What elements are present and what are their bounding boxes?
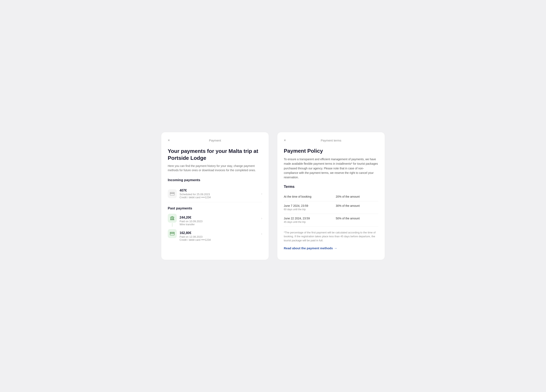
payment-panel-title: Payment [209, 139, 221, 142]
terms-heading: Terms [284, 185, 378, 189]
terms-when-1: At the time of booking [284, 192, 336, 201]
svg-rect-5 [170, 220, 174, 220]
payment-terms-panel-title: Payment terms [321, 139, 341, 142]
terms-amount-1: 20% of the amount [336, 192, 378, 201]
incoming-payment-method: Credit / debit card ••••1234 [180, 196, 261, 199]
payment-terms-panel: × Payment terms Payment Policy To ensure… [277, 132, 385, 260]
svg-rect-4 [173, 218, 174, 219]
incoming-section-label: Incoming payments [168, 178, 262, 182]
card-icon [170, 192, 175, 195]
past-payment-chevron-icon-1: › [261, 216, 262, 220]
past-payment-details-2: 162,80€ Paid on 12.08.2023 Credit / debi… [180, 229, 262, 243]
read-more-label: Read about the payment methods [284, 247, 333, 250]
terms-when-3: June 22 2024, 23:59 45 days until the tr… [284, 214, 336, 226]
terms-row-1: At the time of booking 20% of the amount [284, 192, 378, 201]
terms-when-2: June 7 2024, 23:59 60 days until the tri… [284, 201, 336, 214]
terms-table: At the time of booking 20% of the amount… [284, 192, 378, 227]
past-payment-item-1[interactable]: 244,20€ Paid on 10.09.2023 Wire transfer… [168, 214, 262, 229]
payment-panel-header: × Payment [168, 139, 262, 142]
svg-rect-2 [171, 218, 171, 219]
terms-amount-2: 30% of the amount [336, 201, 378, 214]
past-payment-method-2: Credit / debit card ••••1234 [180, 238, 211, 241]
read-more-link[interactable]: Read about the payment methods → [284, 247, 337, 250]
panels-container: × Payment Your payments for your Malta t… [161, 132, 385, 260]
payment-main-heading: Your payments for your Malta trip at Por… [168, 148, 262, 162]
past-payment-amount-1: 244,20€ [180, 216, 202, 219]
card-icon-wrap-2 [168, 229, 177, 238]
past-payment-date-1: Paid on 10.09.2023 [180, 220, 202, 223]
terms-when-3-sub: 45 days until the trip [284, 221, 336, 223]
past-payment-chevron-icon-2: › [261, 232, 262, 236]
svg-rect-7 [170, 233, 175, 234]
svg-rect-0 [170, 192, 175, 195]
terms-row-3: June 22 2024, 23:59 45 days until the tr… [284, 214, 378, 226]
payment-terms-panel-header: × Payment terms [284, 139, 378, 142]
payment-panel: × Payment Your payments for your Malta t… [161, 132, 269, 260]
past-payments-list: 244,20€ Paid on 10.09.2023 Wire transfer… [168, 214, 262, 243]
incoming-payment-chevron-icon: › [261, 192, 262, 196]
payment-close-button[interactable]: × [168, 139, 170, 142]
bank-icon-wrap-1 [168, 214, 177, 223]
svg-rect-3 [172, 218, 173, 219]
past-payment-date-2: Paid on 12.08.2023 [180, 235, 211, 238]
terms-when-2-sub: 60 days until the trip [284, 208, 336, 211]
payment-terms-close-button[interactable]: × [284, 139, 286, 142]
terms-footnote: *The percentage of the first payment wil… [284, 231, 378, 243]
past-payment-method-1: Wire transfer [180, 223, 202, 226]
svg-rect-6 [170, 232, 175, 235]
past-section-label: Past payments [168, 206, 262, 210]
incoming-payment-amount: 407€ [180, 189, 261, 192]
incoming-payment-details: 407€ Scheduled for 25.09.2023 Credit / d… [180, 189, 261, 199]
past-payment-item-2[interactable]: 162,80€ Paid on 12.08.2023 Credit / debi… [168, 229, 262, 243]
past-payment-amount-2: 162,80€ [180, 231, 211, 235]
timeline-left-1 [168, 214, 177, 227]
policy-description: To ensure a transparent and efficient ma… [284, 157, 378, 180]
terms-row-2: June 7 2024, 23:59 60 days until the tri… [284, 201, 378, 214]
bank-icon [170, 216, 175, 220]
terms-amount-3: 50% of the amount [336, 214, 378, 226]
svg-rect-1 [170, 193, 175, 194]
policy-heading: Payment Policy [284, 148, 378, 154]
incoming-payment-item[interactable]: 407€ Scheduled for 25.09.2023 Credit / d… [168, 185, 262, 202]
card-icon-2 [170, 232, 175, 235]
timeline-line-1 [172, 223, 172, 227]
timeline-left-2 [168, 229, 177, 238]
payment-subtitle: Here you can find the payment history fo… [168, 164, 262, 172]
incoming-payment-date: Scheduled for 25.09.2023 [180, 193, 261, 196]
read-more-arrow: → [334, 247, 337, 250]
past-payment-details-1: 244,20€ Paid on 10.09.2023 Wire transfer… [180, 214, 262, 229]
card-icon-wrap [168, 189, 177, 198]
